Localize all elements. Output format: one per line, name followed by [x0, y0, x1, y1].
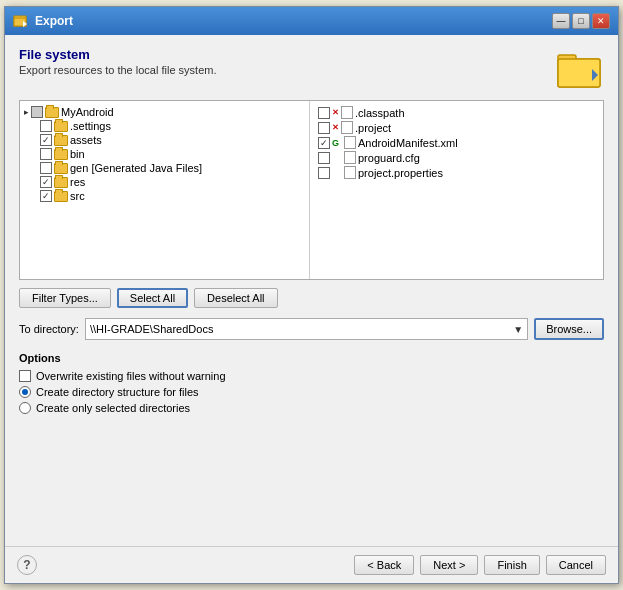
- option-overwrite[interactable]: Overwrite existing files without warning: [19, 368, 604, 384]
- select-all-button[interactable]: Select All: [117, 288, 188, 308]
- folder-icon-myandroid: [45, 107, 59, 118]
- right-file-pane[interactable]: ✕ .classpath ✕ .project G AndroidManifes…: [314, 101, 603, 279]
- directory-label: To directory:: [19, 323, 79, 335]
- checkbox-project-properties[interactable]: [318, 167, 330, 179]
- checkbox-proguard[interactable]: [318, 152, 330, 164]
- folder-icon-src: [54, 191, 68, 202]
- tree-item-assets[interactable]: assets: [24, 133, 305, 147]
- label-overwrite: Overwrite existing files without warning: [36, 370, 226, 382]
- checkbox-assets[interactable]: [40, 134, 52, 146]
- checkbox-classpath[interactable]: [318, 107, 330, 119]
- checkbox-androidmanifest[interactable]: [318, 137, 330, 149]
- section-title: File system: [19, 47, 556, 62]
- folder-icon-settings: [54, 121, 68, 132]
- minimize-button[interactable]: —: [552, 13, 570, 29]
- checkbox-overwrite[interactable]: [19, 370, 31, 382]
- radio-create-selected[interactable]: [19, 402, 31, 414]
- file-icon-androidmanifest: [344, 136, 356, 149]
- option-create-dir[interactable]: Create directory structure for files: [19, 384, 604, 400]
- maximize-button[interactable]: □: [572, 13, 590, 29]
- label-create-dir: Create directory structure for files: [36, 386, 199, 398]
- file-item-proguard[interactable]: proguard.cfg: [318, 150, 599, 165]
- close-button[interactable]: ✕: [592, 13, 610, 29]
- file-icon-proguard: [344, 151, 356, 164]
- export-dialog: Export — □ ✕ File system Export resource…: [4, 6, 619, 584]
- next-button[interactable]: Next >: [420, 555, 478, 575]
- tree-item-gen[interactable]: gen [Generated Java Files]: [24, 161, 305, 175]
- file-item-androidmanifest[interactable]: G AndroidManifest.xml: [318, 135, 599, 150]
- filter-types-button[interactable]: Filter Types...: [19, 288, 111, 308]
- browse-button[interactable]: Browse...: [534, 318, 604, 340]
- cancel-button[interactable]: Cancel: [546, 555, 606, 575]
- window-title: Export: [35, 14, 73, 28]
- file-item-classpath[interactable]: ✕ .classpath: [318, 105, 599, 120]
- help-icon[interactable]: ?: [17, 555, 37, 575]
- file-item-project-properties[interactable]: project.properties: [318, 165, 599, 180]
- section-desc: Export resources to the local file syste…: [19, 64, 556, 76]
- file-icon-project-properties: [344, 166, 356, 179]
- folder-icon-bin: [54, 149, 68, 160]
- folder-icon-res: [54, 177, 68, 188]
- dropdown-arrow-icon[interactable]: ▼: [513, 324, 523, 335]
- deselect-all-button[interactable]: Deselect All: [194, 288, 277, 308]
- tree-item-settings[interactable]: .settings: [24, 119, 305, 133]
- folder-icon-assets: [54, 135, 68, 146]
- directory-input-wrap[interactable]: ▼: [85, 318, 528, 340]
- title-bar: Export — □ ✕: [5, 7, 618, 35]
- file-icon-dotproject: [341, 121, 353, 134]
- checkbox-settings[interactable]: [40, 120, 52, 132]
- option-create-selected[interactable]: Create only selected directories: [19, 400, 604, 416]
- options-section: Options Overwrite existing files without…: [19, 352, 604, 416]
- checkbox-gen[interactable]: [40, 162, 52, 174]
- folder-icon-large: [556, 49, 604, 92]
- finish-button[interactable]: Finish: [484, 555, 539, 575]
- bottom-bar: ? < Back Next > Finish Cancel: [5, 546, 618, 583]
- header-area: File system Export resources to the loca…: [19, 47, 604, 92]
- directory-input[interactable]: [90, 323, 513, 335]
- tree-item-myandroid[interactable]: ▸ MyAndroid: [24, 105, 305, 119]
- checkbox-bin[interactable]: [40, 148, 52, 160]
- tree-item-src[interactable]: src: [24, 189, 305, 203]
- export-icon: [13, 13, 29, 29]
- options-title: Options: [19, 352, 604, 364]
- g-badge: G: [332, 138, 342, 148]
- tree-item-bin[interactable]: bin: [24, 147, 305, 161]
- radio-create-dir[interactable]: [19, 386, 31, 398]
- directory-row: To directory: ▼ Browse...: [19, 318, 604, 340]
- file-panel: ▸ MyAndroid .settings assets: [19, 100, 604, 280]
- left-tree-pane[interactable]: ▸ MyAndroid .settings assets: [20, 101, 310, 279]
- file-item-project[interactable]: ✕ .project: [318, 120, 599, 135]
- checkbox-myandroid[interactable]: [31, 106, 43, 118]
- back-button[interactable]: < Back: [354, 555, 414, 575]
- label-create-selected: Create only selected directories: [36, 402, 190, 414]
- checkbox-res[interactable]: [40, 176, 52, 188]
- toolbar-row: Filter Types... Select All Deselect All: [19, 288, 604, 308]
- checkbox-dotproject[interactable]: [318, 122, 330, 134]
- file-icon-classpath: [341, 106, 353, 119]
- tree-item-res[interactable]: res: [24, 175, 305, 189]
- folder-icon-gen: [54, 163, 68, 174]
- checkbox-src[interactable]: [40, 190, 52, 202]
